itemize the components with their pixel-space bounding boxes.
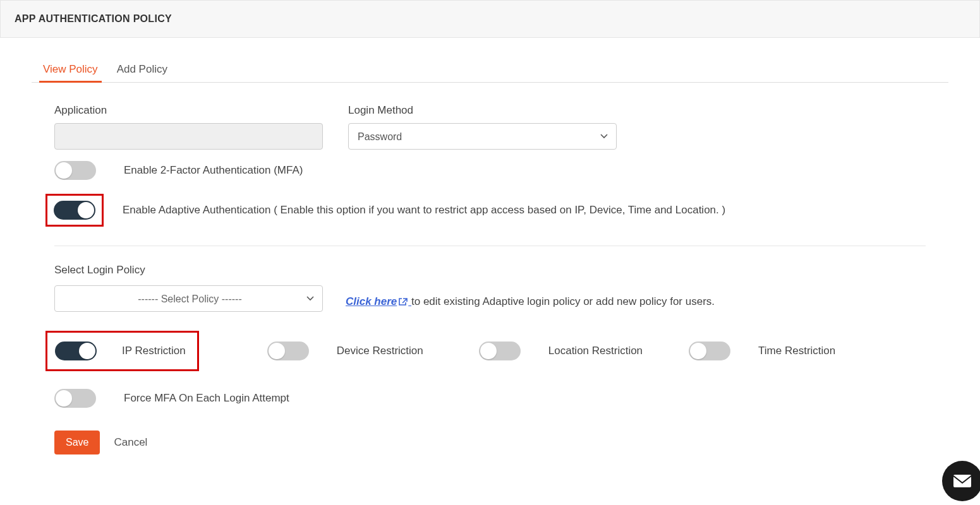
tab-bar: View Policy Add Policy (32, 63, 948, 83)
click-here-text: Click here (346, 295, 397, 307)
application-label: Application (54, 104, 323, 117)
login-method-label: Login Method (348, 104, 617, 117)
content-area: View Policy Add Policy Application Login… (0, 38, 980, 473)
tab-view-policy[interactable]: View Policy (43, 63, 98, 82)
application-input[interactable] (54, 123, 323, 150)
tab-add-policy[interactable]: Add Policy (117, 63, 167, 82)
top-fields-row: Application Login Method Password (54, 104, 926, 150)
actions-row: Save Cancel (54, 431, 926, 454)
adaptive-toggle[interactable] (54, 201, 95, 220)
location-label: Location Restriction (548, 345, 643, 357)
time-label: Time Restriction (758, 345, 835, 357)
save-button[interactable]: Save (54, 431, 100, 454)
form-area: Application Login Method Password Enable… (32, 104, 948, 454)
policy-hint: Click here to edit existing Adaptive log… (346, 295, 715, 308)
location-toggle[interactable] (479, 342, 521, 360)
click-here-link[interactable]: Click here (346, 295, 411, 307)
adaptive-toggle-row: Enable Adaptive Authentication ( Enable … (54, 194, 926, 227)
application-field-group: Application (54, 104, 323, 150)
time-toggle[interactable] (689, 342, 730, 360)
separator (54, 246, 926, 246)
ip-label: IP Restriction (122, 345, 186, 357)
page-title: APP AUTHENTICATION POLICY (15, 13, 965, 25)
device-toggle[interactable] (267, 342, 309, 360)
policy-select-wrap: ------ Select Policy ------ (54, 285, 323, 312)
location-item: Location Restriction (479, 342, 643, 360)
adaptive-toggle-label: Enable Adaptive Authentication ( Enable … (123, 202, 725, 218)
cancel-button[interactable]: Cancel (114, 436, 147, 449)
login-method-field-group: Login Method Password (348, 104, 617, 150)
adaptive-highlight (45, 194, 104, 227)
policy-hint-rest: to edit existing Adaptive login policy o… (411, 295, 715, 307)
device-label: Device Restriction (337, 345, 423, 357)
policy-select[interactable]: ------ Select Policy ------ (54, 285, 323, 312)
force-mfa-toggle[interactable] (54, 389, 96, 408)
login-method-select-wrap: Password (348, 123, 617, 150)
page-header: APP AUTHENTICATION POLICY (0, 0, 980, 38)
force-mfa-row: Force MFA On Each Login Attempt (54, 389, 926, 408)
ip-highlight: IP Restriction (45, 331, 199, 371)
mfa-toggle[interactable] (54, 161, 96, 180)
restriction-row: IP Restriction Device Restriction Locati… (54, 331, 926, 371)
device-item: Device Restriction (267, 342, 423, 360)
force-mfa-label: Force MFA On Each Login Attempt (124, 390, 289, 407)
ip-toggle[interactable] (55, 342, 97, 360)
time-item: Time Restriction (689, 342, 835, 360)
external-link-icon (398, 297, 408, 306)
mfa-toggle-row: Enable 2-Factor Authentication (MFA) (54, 161, 926, 180)
login-method-select[interactable]: Password (348, 123, 617, 150)
select-policy-label: Select Login Policy (54, 264, 926, 276)
policy-row: ------ Select Policy ------ Click here t… (54, 285, 926, 312)
mfa-toggle-label: Enable 2-Factor Authentication (MFA) (124, 162, 303, 179)
